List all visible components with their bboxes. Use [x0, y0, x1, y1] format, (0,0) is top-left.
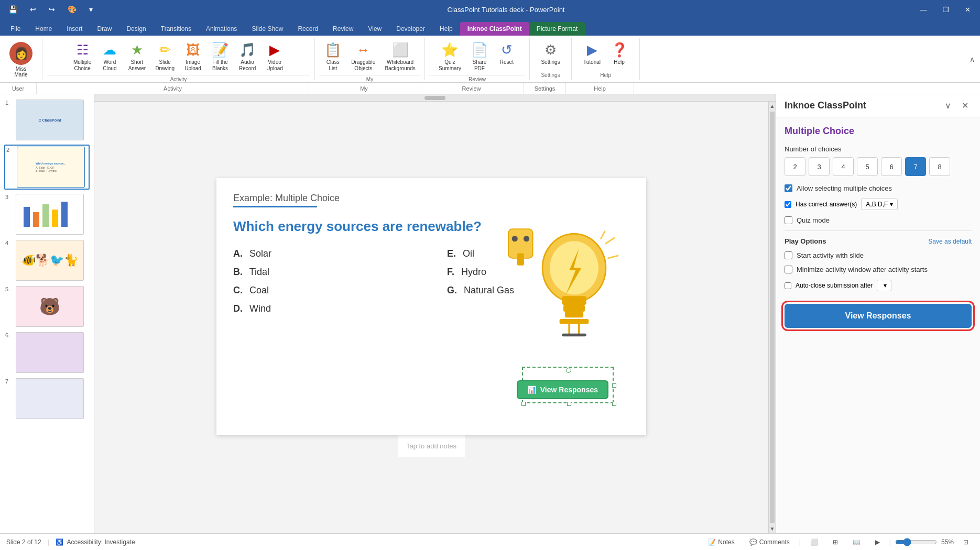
fill-blanks-button[interactable]: 📝 Fill theBlanks: [207, 40, 233, 74]
settings-button[interactable]: ⚙ Settings: [537, 40, 564, 68]
quiz-summary-button[interactable]: ⭐ QuizSummary: [434, 40, 465, 74]
slide-drawing-button[interactable]: ✏ SlideDrawing: [151, 40, 179, 74]
undo-icon[interactable]: ↩: [26, 3, 40, 16]
title-quick-access[interactable]: 💾 ↩ ↪ 🎨 ▾: [4, 3, 97, 16]
minimize-button[interactable]: —: [915, 5, 932, 15]
tab-picture-format[interactable]: Picture Format: [529, 22, 585, 36]
customize-icon[interactable]: 🎨: [63, 3, 81, 16]
minimize-window-checkbox[interactable]: [785, 266, 792, 273]
multiple-choice-button[interactable]: ☷ MultipleChoice: [69, 40, 95, 74]
panel-close-button[interactable]: ✕: [959, 100, 972, 112]
start-with-slide-label[interactable]: Start activity with slide: [797, 251, 864, 259]
quiz-mode-label[interactable]: Quiz mode: [797, 216, 830, 224]
notes-bar[interactable]: Tap to add notes: [398, 435, 465, 457]
reset-button[interactable]: ↺ Reset: [494, 40, 520, 68]
rotate-handle[interactable]: [566, 368, 571, 373]
choice-btn-4[interactable]: 4: [833, 157, 854, 176]
tab-developer[interactable]: Developer: [389, 22, 432, 36]
allow-multiple-checkbox[interactable]: [785, 184, 792, 192]
share-pdf-button[interactable]: 📄 SharePDF: [466, 40, 493, 74]
choice-btn-7[interactable]: 7: [905, 157, 926, 176]
correct-answer-dropdown[interactable]: A,B,D,F ▾: [861, 199, 898, 210]
tab-home[interactable]: Home: [28, 22, 59, 36]
view-responses-panel-button[interactable]: View Responses: [785, 304, 972, 328]
slideshow-button[interactable]: ▶: [870, 537, 885, 547]
image-upload-button[interactable]: 🖼 ImageUpload: [180, 40, 206, 74]
whiteboard-bg-button[interactable]: ⬜ WhiteboardBackgrounds: [380, 40, 419, 74]
quick-access-arrow[interactable]: ▾: [85, 3, 97, 16]
choice-btn-5[interactable]: 5: [857, 157, 878, 176]
choice-btn-2[interactable]: 2: [785, 157, 805, 176]
tab-slideshow[interactable]: Slide Show: [244, 22, 290, 36]
ribbon-collapse-button[interactable]: ∧: [964, 38, 980, 80]
auto-close-label[interactable]: Auto-close submission after: [796, 282, 873, 289]
fit-slide-button[interactable]: ⊡: [958, 537, 974, 547]
reading-view-button[interactable]: 📖: [847, 537, 866, 547]
close-button[interactable]: ✕: [960, 5, 976, 15]
comments-button[interactable]: 💬 Comments: [744, 537, 795, 547]
handle-bl[interactable]: [612, 383, 616, 388]
scroll-down-button[interactable]: ▼: [769, 524, 776, 533]
window-controls[interactable]: — ❐ ✕: [915, 5, 976, 15]
tab-draw[interactable]: Draw: [90, 22, 119, 36]
view-responses-slide-button[interactable]: 📊 View Responses: [517, 380, 608, 399]
scroll-track[interactable]: [770, 112, 775, 523]
slide-thumb-6[interactable]: 6: [4, 331, 90, 374]
quiz-mode-checkbox[interactable]: [785, 216, 792, 224]
auto-close-checkbox[interactable]: [785, 282, 791, 289]
has-correct-checkbox[interactable]: [785, 201, 791, 208]
audio-record-button[interactable]: 🎵 AudioRecord: [234, 40, 260, 74]
ribbon-section-review: ⭐ QuizSummary 📄 SharePDF ↺ Reset Review: [425, 38, 530, 80]
scroll-up-button[interactable]: ▲: [769, 102, 776, 111]
tab-view[interactable]: View: [361, 22, 389, 36]
draggable-objects-button[interactable]: ↔ DraggableObjects: [347, 40, 379, 74]
tab-design[interactable]: Design: [119, 22, 153, 36]
save-default-button[interactable]: Save as default: [928, 238, 972, 245]
slide-canvas-area[interactable]: Example: Multiple Choice Which energy so…: [94, 102, 768, 533]
help-button[interactable]: ❓ Help: [606, 40, 633, 68]
allow-multiple-label[interactable]: Allow selecting multiple choices: [797, 184, 892, 192]
tab-insert[interactable]: Insert: [59, 22, 90, 36]
video-upload-button[interactable]: ▶ VideoUpload: [262, 40, 288, 74]
handle-tl[interactable]: [612, 402, 616, 406]
user-avatar-button[interactable]: 👩 MissMarie: [4, 40, 38, 80]
slide-sorter-button[interactable]: ⊞: [827, 537, 843, 547]
slide-thumb-1[interactable]: 1 C ClassPoint: [4, 98, 90, 141]
vertical-scrollbar[interactable]: ▲ ▼: [768, 102, 776, 533]
minimize-window-label[interactable]: Minimize activity window after activity …: [797, 266, 928, 273]
slide-thumb-4[interactable]: 4 🐠🐕🐦🐈: [4, 239, 90, 282]
slide-thumb-2[interactable]: 2 Which energy sources... A. Solar E. Oi…: [4, 145, 90, 190]
tab-classpoint[interactable]: Inknoe ClassPoint: [460, 22, 529, 36]
notes-button[interactable]: 📝 Notes: [703, 537, 739, 547]
start-with-slide-checkbox[interactable]: [785, 251, 792, 259]
class-list-button[interactable]: 📋 ClassList: [320, 40, 346, 74]
short-answer-button[interactable]: ★ ShortAnswer: [124, 40, 150, 74]
tab-animations[interactable]: Animations: [199, 22, 244, 36]
has-correct-label[interactable]: Has correct answer(s): [796, 201, 857, 208]
choice-btn-8[interactable]: 8: [929, 157, 950, 176]
scrollbar-thumb-h[interactable]: [424, 96, 445, 100]
tab-record[interactable]: Record: [290, 22, 325, 36]
tab-review[interactable]: Review: [325, 22, 361, 36]
save-icon[interactable]: 💾: [4, 3, 21, 16]
panel-collapse-button[interactable]: ∨: [942, 100, 954, 112]
handle-tm[interactable]: [567, 402, 571, 406]
tab-file[interactable]: File: [3, 22, 28, 36]
word-cloud-button[interactable]: ☁ WordCloud: [96, 40, 123, 74]
restore-button[interactable]: ❐: [938, 5, 954, 15]
slide-thumb-3[interactable]: 3: [4, 193, 90, 236]
zoom-slider[interactable]: [895, 538, 937, 546]
slide-thumb-7[interactable]: 7: [4, 377, 90, 420]
tab-transitions[interactable]: Transitions: [154, 22, 199, 36]
auto-close-dropdown[interactable]: ▾: [877, 280, 891, 291]
tab-help[interactable]: Help: [432, 22, 460, 36]
handle-tr[interactable]: [521, 402, 526, 406]
view-normal-button[interactable]: ⬜: [805, 537, 823, 547]
slide-main[interactable]: Example: Multiple Choice Which energy so…: [216, 178, 646, 435]
tutorial-button[interactable]: ▶ Tutorial: [579, 40, 605, 68]
redo-icon[interactable]: ↪: [45, 3, 59, 16]
slide-thumb-5[interactable]: 5 🐻: [4, 285, 90, 328]
choice-btn-3[interactable]: 3: [809, 157, 830, 176]
horizontal-scrollbar[interactable]: [94, 94, 776, 102]
choice-btn-6[interactable]: 6: [881, 157, 902, 176]
